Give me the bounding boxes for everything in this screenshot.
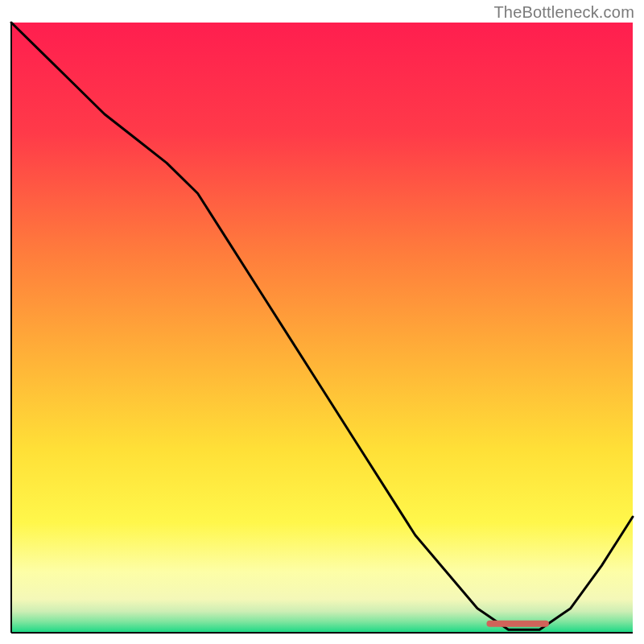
chart-stage: TheBottleneck.com — [0, 0, 644, 644]
bottleneck-chart — [0, 0, 644, 644]
